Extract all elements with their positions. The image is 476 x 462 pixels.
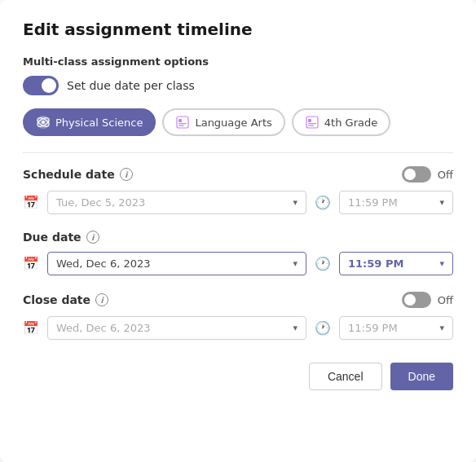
divider-1: [23, 152, 453, 153]
close-date-value: Wed, Dec 6, 2023: [56, 322, 286, 334]
close-date-toggle-row: Off: [402, 292, 453, 308]
schedule-date-value: Tue, Dec 5, 2023: [56, 196, 286, 209]
close-cal-icon: 📅: [23, 320, 39, 336]
schedule-date-header: Schedule date i Off: [23, 166, 453, 183]
due-date-header: Due date i: [23, 231, 453, 244]
due-time-value: 11:59 PM: [348, 257, 433, 270]
svg-point-3: [42, 121, 45, 124]
due-date-row: 📅 Wed, Dec 6, 2023 ▾ 🕐 11:59 PM ▾: [23, 252, 453, 275]
cancel-button[interactable]: Cancel: [309, 363, 382, 390]
schedule-date-section: Schedule date i Off 📅 Tue, Dec 5, 2023 ▾…: [23, 166, 453, 214]
close-date-section: Close date i Off 📅 Wed, Dec 6, 2023 ▾ 🕐 …: [23, 292, 453, 340]
schedule-date-label: Schedule date: [23, 168, 115, 181]
close-time-value: 11:59 PM: [348, 322, 433, 334]
svg-rect-8: [306, 117, 318, 128]
close-time-chevron: ▾: [439, 323, 444, 333]
close-date-info-icon[interactable]: i: [95, 293, 108, 306]
class-tab-physical-science[interactable]: Physical Science: [23, 108, 156, 136]
due-time-chevron: ▾: [439, 258, 444, 269]
schedule-time-value: 11:59 PM: [348, 196, 433, 209]
due-clock-icon: 🕐: [315, 256, 331, 271]
schedule-date-label-group: Schedule date i: [23, 168, 133, 181]
svg-rect-7: [178, 125, 184, 126]
due-date-info-icon[interactable]: i: [86, 231, 99, 244]
svg-rect-11: [308, 125, 314, 126]
class-tabs-container: Physical Science Language Arts: [23, 108, 453, 136]
close-date-header: Close date i Off: [23, 292, 453, 308]
schedule-date-picker[interactable]: Tue, Dec 5, 2023 ▾: [47, 191, 306, 214]
close-date-chevron: ▾: [293, 323, 298, 333]
svg-rect-4: [177, 117, 188, 128]
set-due-date-toggle[interactable]: [23, 76, 59, 95]
close-date-toggle[interactable]: [402, 292, 431, 308]
due-date-section: Due date i 📅 Wed, Dec 6, 2023 ▾ 🕐 11:59 …: [23, 231, 453, 275]
4th-grade-icon: [305, 115, 320, 130]
close-date-row: 📅 Wed, Dec 6, 2023 ▾ 🕐 11:59 PM ▾: [23, 316, 453, 340]
close-date-label-group: Close date i: [23, 293, 108, 306]
schedule-cal-icon: 📅: [23, 195, 39, 210]
footer: Cancel Done: [23, 363, 453, 390]
svg-rect-10: [308, 123, 316, 124]
schedule-date-row: 📅 Tue, Dec 5, 2023 ▾ 🕐 11:59 PM ▾: [23, 191, 453, 214]
schedule-date-info-icon[interactable]: i: [120, 168, 133, 181]
physical-science-label: Physical Science: [55, 117, 143, 129]
schedule-clock-icon: 🕐: [315, 195, 331, 210]
schedule-date-off-label: Off: [438, 169, 453, 181]
svg-rect-5: [178, 119, 182, 122]
close-date-label: Close date: [23, 293, 90, 306]
schedule-time-picker[interactable]: 11:59 PM ▾: [339, 191, 453, 214]
schedule-time-chevron: ▾: [439, 197, 444, 208]
close-clock-icon: 🕐: [315, 320, 331, 336]
physical-science-icon: [36, 115, 51, 130]
svg-rect-9: [308, 119, 311, 122]
svg-rect-6: [178, 123, 187, 124]
4th-grade-label: 4th Grade: [324, 117, 377, 129]
due-time-picker[interactable]: 11:59 PM ▾: [339, 252, 453, 275]
due-date-label-group: Due date i: [23, 231, 99, 244]
set-due-date-toggle-row: Set due date per class: [23, 76, 453, 95]
done-button[interactable]: Done: [390, 363, 453, 390]
schedule-date-toggle[interactable]: [402, 166, 431, 183]
set-due-date-label: Set due date per class: [67, 79, 195, 92]
close-date-picker[interactable]: Wed, Dec 6, 2023 ▾: [47, 316, 306, 340]
due-date-picker[interactable]: Wed, Dec 6, 2023 ▾: [47, 252, 306, 275]
schedule-date-toggle-row: Off: [402, 166, 453, 183]
class-tab-4th-grade[interactable]: 4th Grade: [292, 108, 390, 136]
due-cal-icon: 📅: [23, 256, 39, 271]
modal-title: Edit assignment timeline: [23, 20, 453, 39]
schedule-date-chevron: ▾: [293, 197, 298, 208]
language-arts-label: Language Arts: [195, 117, 271, 129]
edit-assignment-modal: Edit assignment timeline Multi-class ass…: [0, 0, 476, 462]
language-arts-icon: [175, 115, 190, 130]
due-date-label: Due date: [23, 231, 82, 244]
multiclass-section-label: Multi-class assignment options: [23, 55, 453, 68]
close-date-off-label: Off: [438, 294, 453, 306]
due-date-chevron: ▾: [293, 258, 298, 269]
due-date-value: Wed, Dec 6, 2023: [56, 257, 286, 270]
class-tab-language-arts[interactable]: Language Arts: [162, 108, 284, 136]
close-time-picker[interactable]: 11:59 PM ▾: [339, 316, 453, 340]
